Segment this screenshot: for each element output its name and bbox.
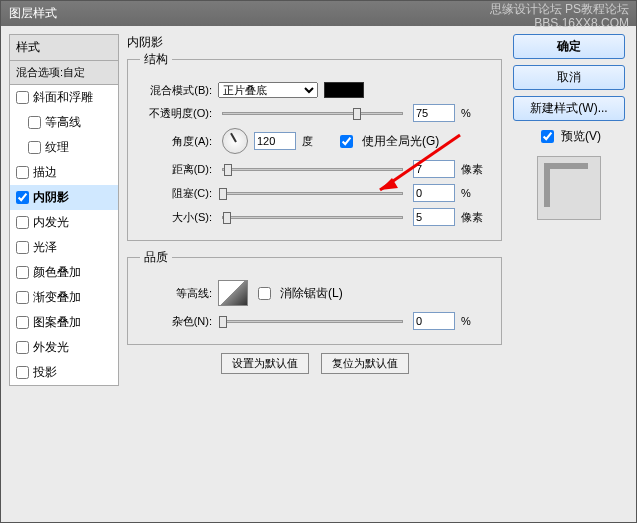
action-panel: 确定 取消 新建样式(W)... 预览(V): [510, 34, 628, 515]
effect-item[interactable]: 投影: [10, 360, 118, 385]
quality-legend: 品质: [140, 249, 172, 266]
effect-label: 描边: [33, 164, 57, 181]
effect-checkbox[interactable]: [16, 316, 29, 329]
effect-checkbox[interactable]: [16, 241, 29, 254]
dialog-content: 样式 混合选项:自定 斜面和浮雕等高线纹理描边内阴影内发光光泽颜色叠加渐变叠加图…: [1, 26, 636, 523]
effect-label: 颜色叠加: [33, 264, 81, 281]
effect-item[interactable]: 外发光: [10, 335, 118, 360]
effect-label: 外发光: [33, 339, 69, 356]
effect-item[interactable]: 渐变叠加: [10, 285, 118, 310]
contour-label: 等高线:: [140, 286, 212, 301]
noise-unit: %: [461, 315, 489, 327]
effect-checkbox[interactable]: [28, 141, 41, 154]
effect-item[interactable]: 图案叠加: [10, 310, 118, 335]
styles-list-panel: 样式 混合选项:自定 斜面和浮雕等高线纹理描边内阴影内发光光泽颜色叠加渐变叠加图…: [9, 34, 119, 515]
distance-unit: 像素: [461, 162, 489, 177]
global-light-label: 使用全局光(G): [362, 133, 439, 150]
effect-label: 光泽: [33, 239, 57, 256]
effect-item[interactable]: 纹理: [10, 135, 118, 160]
size-unit: 像素: [461, 210, 489, 225]
reset-default-button[interactable]: 复位为默认值: [321, 353, 409, 374]
effect-heading: 内阴影: [127, 34, 502, 51]
choke-input[interactable]: [413, 184, 455, 202]
size-slider[interactable]: [222, 216, 403, 219]
effect-checkbox[interactable]: [16, 91, 29, 104]
angle-label: 角度(A):: [140, 134, 212, 149]
angle-unit: 度: [302, 134, 330, 149]
blend-mode-label: 混合模式(B):: [140, 83, 212, 98]
structure-legend: 结构: [140, 51, 172, 68]
effect-label: 内阴影: [33, 189, 69, 206]
noise-slider[interactable]: [222, 320, 403, 323]
blend-options-item[interactable]: 混合选项:自定: [9, 61, 119, 85]
preview-label: 预览(V): [561, 128, 601, 145]
opacity-unit: %: [461, 107, 489, 119]
choke-label: 阻塞(C):: [140, 186, 212, 201]
antialias-label: 消除锯齿(L): [280, 285, 343, 302]
structure-group: 结构 混合模式(B): 正片叠底 不透明度(O): % 角度(A): 度: [127, 51, 502, 241]
effect-item[interactable]: 光泽: [10, 235, 118, 260]
choke-unit: %: [461, 187, 489, 199]
effect-item[interactable]: 颜色叠加: [10, 260, 118, 285]
make-default-button[interactable]: 设置为默认值: [221, 353, 309, 374]
effect-checkbox[interactable]: [28, 116, 41, 129]
size-label: 大小(S):: [140, 210, 212, 225]
effect-label: 图案叠加: [33, 314, 81, 331]
angle-input[interactable]: [254, 132, 296, 150]
distance-input[interactable]: [413, 160, 455, 178]
angle-dial[interactable]: [222, 128, 248, 154]
effects-list: 斜面和浮雕等高线纹理描边内阴影内发光光泽颜色叠加渐变叠加图案叠加外发光投影: [9, 85, 119, 386]
effect-label: 渐变叠加: [33, 289, 81, 306]
effect-checkbox[interactable]: [16, 341, 29, 354]
effect-label: 斜面和浮雕: [33, 89, 93, 106]
cancel-button[interactable]: 取消: [513, 65, 625, 90]
effect-item[interactable]: 等高线: [10, 110, 118, 135]
effect-item[interactable]: 斜面和浮雕: [10, 85, 118, 110]
watermark: 思缘设计论坛 PS教程论坛 BBS.16XX8.COM: [490, 2, 629, 30]
quality-group: 品质 等高线: 消除锯齿(L) 杂色(N): %: [127, 249, 502, 345]
choke-slider[interactable]: [222, 192, 403, 195]
distance-label: 距离(D):: [140, 162, 212, 177]
size-input[interactable]: [413, 208, 455, 226]
preview-checkbox[interactable]: [541, 130, 554, 143]
effect-checkbox[interactable]: [16, 191, 29, 204]
shadow-color-swatch[interactable]: [324, 82, 364, 98]
distance-slider[interactable]: [222, 168, 403, 171]
global-light-checkbox[interactable]: [340, 135, 353, 148]
new-style-button[interactable]: 新建样式(W)...: [513, 96, 625, 121]
effect-checkbox[interactable]: [16, 291, 29, 304]
effect-item[interactable]: 描边: [10, 160, 118, 185]
effect-checkbox[interactable]: [16, 216, 29, 229]
effect-checkbox[interactable]: [16, 266, 29, 279]
layer-style-dialog: 图层样式 样式 混合选项:自定 斜面和浮雕等高线纹理描边内阴影内发光光泽颜色叠加…: [0, 0, 637, 523]
effect-label: 投影: [33, 364, 57, 381]
opacity-input[interactable]: [413, 104, 455, 122]
effect-checkbox[interactable]: [16, 166, 29, 179]
effect-label: 纹理: [45, 139, 69, 156]
effect-label: 内发光: [33, 214, 69, 231]
settings-panel: 内阴影 结构 混合模式(B): 正片叠底 不透明度(O): % 角度(A):: [127, 34, 502, 515]
effect-checkbox[interactable]: [16, 366, 29, 379]
contour-picker[interactable]: [218, 280, 248, 306]
noise-input[interactable]: [413, 312, 455, 330]
ok-button[interactable]: 确定: [513, 34, 625, 59]
blend-mode-select[interactable]: 正片叠底: [218, 82, 318, 98]
noise-label: 杂色(N):: [140, 314, 212, 329]
opacity-slider[interactable]: [222, 112, 403, 115]
effect-item[interactable]: 内阴影: [10, 185, 118, 210]
antialias-checkbox[interactable]: [258, 287, 271, 300]
effect-item[interactable]: 内发光: [10, 210, 118, 235]
preview-swatch: [537, 156, 601, 220]
effect-label: 等高线: [45, 114, 81, 131]
opacity-label: 不透明度(O):: [140, 106, 212, 121]
styles-header[interactable]: 样式: [9, 34, 119, 61]
